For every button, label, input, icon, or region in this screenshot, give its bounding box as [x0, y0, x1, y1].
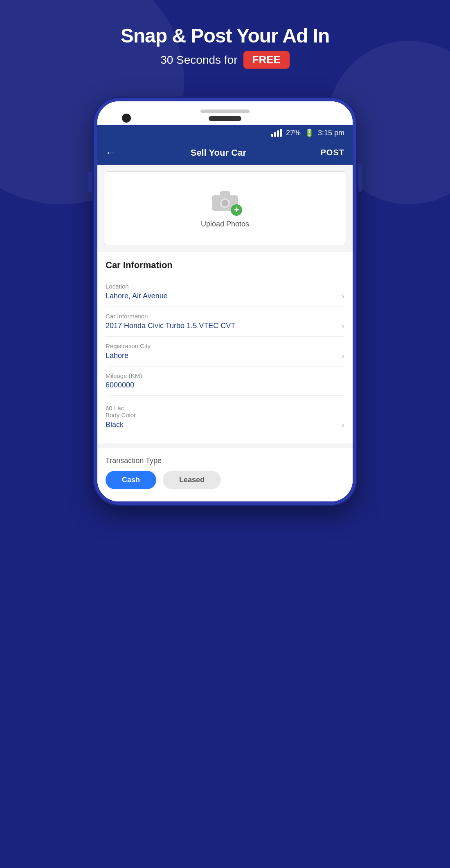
svg-point-3 — [222, 200, 228, 206]
phone-frame: 27% 🔋 3:15 pm ← Sell Your Car POST — [94, 98, 356, 505]
location-value: Lahore, Air Avenue › — [106, 291, 344, 301]
body-color-value: Black › — [106, 420, 344, 430]
phone-wrapper: 27% 🔋 3:15 pm ← Sell Your Car POST — [94, 98, 356, 505]
phone-top-bar — [97, 101, 353, 125]
camera-icon-wrap: + — [210, 188, 240, 214]
location-row[interactable]: Location Lahore, Air Avenue › — [106, 277, 344, 307]
price-label: 60 Lac — [106, 401, 344, 412]
transaction-section: Transaction Type Cash Leased — [97, 448, 353, 501]
page-title: Sell Your Car — [191, 148, 246, 158]
hero-subtitle: 30 Seconds for FREE — [0, 51, 450, 69]
transaction-label: Transaction Type — [106, 456, 344, 465]
location-label: Location — [106, 283, 344, 290]
mileage-row[interactable]: Mileage (KM) 6000000 — [106, 367, 344, 396]
plus-circle: + — [231, 204, 242, 216]
signal-bar-3 — [277, 130, 279, 137]
registration-city-row[interactable]: Registration City Lahore › — [106, 337, 344, 367]
registration-city-label: Registration City — [106, 342, 344, 349]
svg-rect-1 — [220, 191, 230, 196]
phone-home-indicator — [209, 116, 241, 121]
phone-power-button — [358, 163, 362, 192]
car-info-section: Car Information Location Lahore, Air Ave… — [97, 252, 353, 443]
car-info-value: 2017 Honda Civic Turbo 1.5 VTEC CVT › — [106, 321, 344, 331]
free-badge: FREE — [243, 51, 290, 69]
phone-speaker — [200, 110, 250, 113]
status-time: 3:15 pm — [318, 129, 344, 137]
leased-button[interactable]: Leased — [163, 471, 221, 489]
post-button[interactable]: POST — [321, 148, 344, 157]
signal-bar-2 — [274, 132, 276, 137]
registration-city-value: Lahore › — [106, 351, 344, 360]
phone-camera — [122, 114, 131, 123]
mileage-label: Mileage (KM) — [106, 372, 344, 379]
body-color-chevron: › — [342, 420, 344, 430]
upload-section[interactable]: + Upload Photos — [104, 171, 346, 245]
hero-header: Snap & Post Your Ad In 30 Seconds for FR… — [0, 25, 450, 69]
car-info-chevron: › — [342, 321, 344, 331]
hero-headline: Snap & Post Your Ad In — [0, 25, 450, 47]
car-info-row[interactable]: Car Information 2017 Honda Civic Turbo 1… — [106, 307, 344, 337]
signal-bars — [271, 129, 282, 137]
signal-bar-1 — [271, 134, 273, 137]
registration-city-chevron: › — [342, 351, 344, 360]
cash-button[interactable]: Cash — [106, 471, 156, 489]
car-info-title: Car Information — [106, 260, 344, 271]
upload-photos-label: Upload Photos — [201, 220, 249, 228]
back-button[interactable]: ← — [106, 146, 116, 159]
subtitle-text: 30 Seconds for — [160, 54, 237, 67]
transaction-buttons: Cash Leased — [106, 471, 344, 489]
battery-icon: 🔋 — [305, 128, 314, 137]
plus-icon: + — [234, 206, 239, 215]
signal-bar-4 — [280, 129, 282, 137]
app-header: ← Sell Your Car POST — [97, 141, 353, 165]
body-color-row[interactable]: 60 Lac Body Color Black › — [106, 396, 344, 435]
mileage-value: 6000000 — [106, 381, 344, 389]
body-color-label: Body Color — [106, 412, 344, 418]
status-bar: 27% 🔋 3:15 pm — [97, 125, 353, 141]
location-chevron: › — [342, 291, 344, 301]
phone-vol-button — [88, 172, 92, 192]
phone-content: + Upload Photos Car Information Location… — [97, 165, 353, 501]
battery-percentage: 27% — [286, 129, 301, 137]
car-info-label: Car Information — [106, 313, 344, 320]
